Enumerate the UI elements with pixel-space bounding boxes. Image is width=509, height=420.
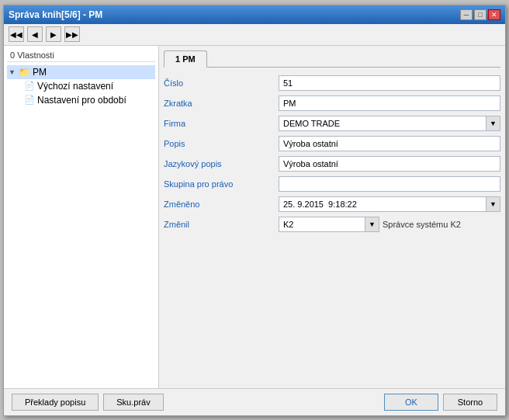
tree-label-nastaveni: Nastavení pro období [37,95,126,106]
close-button[interactable]: ✕ [488,9,500,20]
next-button[interactable]: ▶ [46,26,61,42]
input-zmenil[interactable] [279,217,365,232]
input-popis[interactable] [279,136,500,151]
input-jazykovy-popis[interactable] [279,156,500,172]
zmeneno-field-group: ▼ [279,196,500,212]
tree-label-pm: PM [33,67,47,78]
input-firma[interactable] [279,116,486,131]
firma-field-group: ▼ [279,116,500,131]
first-button[interactable]: ◀◀ [9,26,24,42]
title-bar-controls: ─ □ ✕ [460,9,500,20]
input-zmeneno[interactable] [279,196,486,212]
tree-item-nastaveni[interactable]: 📄 Nastavení pro období [23,93,155,107]
last-button[interactable]: ▶▶ [64,26,80,42]
firma-dropdown-btn[interactable]: ▼ [486,116,500,131]
tree-children: 📄 Výchozí nastavení 📄 Nastavení pro obdo… [7,79,155,107]
translate-button[interactable]: Překlady popisu [12,394,99,411]
maximize-button[interactable]: □ [474,9,486,20]
tree-label-vychozi: Výchozí nastavení [37,81,113,92]
form-grid: Číslo Zkratka Firma ▼ Popis Jazykový pop… [164,75,500,232]
zmenil-field-group: ▼ Správce systému K2 [279,217,500,232]
label-popis: Popis [164,139,272,148]
label-firma: Firma [164,119,272,128]
title-bar: Správa knih[5/6] - PM ─ □ ✕ [4,5,505,24]
panel-header: 0 Vlastnosti [7,49,155,62]
input-zkratka[interactable] [279,95,500,111]
doc-icon-1: 📄 [24,81,35,91]
tree-item-vychozi[interactable]: 📄 Výchozí nastavení [23,79,155,93]
toolbar: ◀◀ ◀ ▶ ▶▶ [4,24,505,46]
left-panel: 0 Vlastnosti ▼ 📁 PM 📄 Výchozí nastavení … [4,46,159,388]
zmeneno-dropdown-btn[interactable]: ▼ [486,196,500,212]
label-skupina: Skupina pro právo [164,179,272,189]
skuprav-button[interactable]: Sku.práv [103,394,163,411]
ok-button[interactable]: OK [384,394,438,411]
storno-button[interactable]: Storno [443,394,497,411]
label-zmeneno: Změněno [164,200,272,209]
bottom-left-buttons: Překlady popisu Sku.práv [12,394,164,411]
label-zkratka: Zkratka [164,99,272,108]
bottom-right-buttons: OK Storno [384,394,497,411]
input-skupina[interactable] [279,176,500,192]
tab-bar: 1 PM [164,50,500,68]
folder-icon: 📁 [19,67,30,78]
tab-pm[interactable]: 1 PM [164,50,207,68]
doc-icon-2: 📄 [24,95,35,105]
bottom-bar: Překlady popisu Sku.práv OK Storno [4,388,505,415]
zmenil-dropdown-group: ▼ [279,217,379,232]
zmenil-dropdown-btn[interactable]: ▼ [365,217,379,232]
prev-button[interactable]: ◀ [27,26,43,42]
label-zmenil: Změnil [164,220,272,229]
tree-item-pm[interactable]: ▼ 📁 PM [7,65,155,79]
input-cislo[interactable] [279,75,500,91]
minimize-button[interactable]: ─ [460,9,473,20]
window-title: Správa knih[5/6] - PM [9,9,102,20]
label-jazykovy-popis: Jazykový popis [164,159,272,168]
label-cislo: Číslo [164,78,272,88]
main-content: 0 Vlastnosti ▼ 📁 PM 📄 Výchozí nastavení … [4,46,505,388]
right-panel: 1 PM Číslo Zkratka Firma ▼ Popis [159,46,505,388]
zmenil-extra: Správce systému K2 [383,220,461,229]
expand-icon: ▼ [9,68,16,76]
main-window: Správa knih[5/6] - PM ─ □ ✕ ◀◀ ◀ ▶ ▶▶ 0 … [3,5,506,416]
